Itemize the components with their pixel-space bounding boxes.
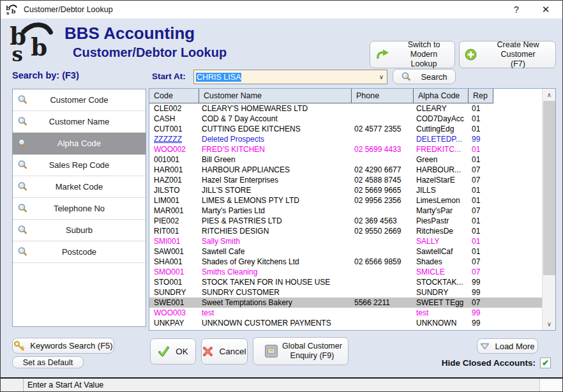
table-row[interactable]: RIT001RITCHIES DESIGN02 9550 2669Ritchie… — [149, 226, 555, 236]
table-row[interactable]: SMI001Sally SmithSALLY01 — [149, 236, 555, 246]
table-row[interactable]: MAR001Marty's Parties LtdMarty'sPar07 — [149, 206, 555, 216]
table-row[interactable]: SUNDRYSUNDRY CUSTOMERSUNDRY99 — [149, 287, 555, 298]
magnifier-icon — [17, 203, 28, 214]
customer-debtor-lookup-dialog: b b s Customer/Debtor Lookup ? ✕ b b s B… — [0, 0, 563, 392]
scrollbar-thumb[interactable] — [543, 101, 555, 275]
table-row[interactable]: JILSTOJILL'S STORE02 5669 9665JILLS01 — [149, 185, 555, 195]
table-row[interactable]: CLE002CLEARY'S HOMEWARES LTDCLEARY01 — [149, 103, 555, 114]
cell-code: STO001 — [149, 277, 199, 287]
cell-alpha: PiesPastr — [414, 216, 469, 226]
table-row[interactable]: SHA001Shades of Grey Kitchens Ltd02 6566… — [149, 257, 555, 267]
cell-code: SWE001 — [149, 298, 199, 308]
search-icon — [401, 72, 412, 82]
sidebar-item-postcode[interactable]: Postcode — [13, 241, 146, 263]
cell-name: Smiths Cleaning — [199, 267, 352, 277]
table-body: CLE002CLEARY'S HOMEWARES LTDCLEARY01CASH… — [149, 103, 555, 331]
chevron-down-icon[interactable]: ∨ — [379, 73, 384, 80]
sidebar-item-suburb[interactable]: Suburb — [13, 220, 146, 241]
cell-code: LIM001 — [149, 195, 199, 206]
cell-code: CUT001 — [149, 124, 199, 134]
table-row[interactable]: ZZZZZZDeleted ProspectsDELETEDP...99 — [149, 134, 555, 144]
start-at-label: Start At: — [152, 72, 186, 81]
table-row[interactable]: WOO002FRED'S KITCHEN02 5699 4433FREDKITC… — [149, 144, 555, 155]
column-header-code: Code — [149, 89, 199, 103]
sidebar-item-sales-rep-code[interactable]: Sales Rep Code — [13, 155, 146, 176]
cell-alpha: JILLS — [414, 185, 469, 195]
cell-phone — [352, 246, 414, 257]
table-row[interactable]: CUT001CUTTING EDGE KITCHENS02 4577 2355C… — [149, 124, 555, 134]
cell-phone: 02 5699 4433 — [352, 144, 414, 155]
results-table: CodeCustomer NamePhoneAlpha CodeRep CLE0… — [149, 88, 556, 331]
table-row[interactable]: STO001STOCK TAKEN FOR IN HOUSE USESTOCKT… — [149, 277, 555, 287]
cell-rep: 07 — [469, 175, 500, 185]
sidebar-item-label: Market Code — [13, 182, 146, 192]
ok-button[interactable]: OK — [150, 338, 196, 365]
cell-rep: 01 — [469, 144, 500, 155]
sidebar-item-market-code[interactable]: Market Code — [13, 176, 146, 198]
help-button[interactable]: ? — [502, 1, 530, 19]
cell-rep: 99 — [469, 134, 500, 144]
table-row[interactable]: SWE001Sweet Temptations Bakery5566 2211S… — [149, 298, 555, 308]
triangle-down-icon — [480, 343, 490, 350]
sidebar-item-customer-name[interactable]: Customer Name — [13, 111, 146, 133]
hide-closed-accounts-label: Hide Closed Accounts: — [358, 358, 536, 368]
cell-code: HAZ001 — [149, 175, 199, 185]
table-row[interactable]: CLUBVIP CLUBVIPCLUB99 — [149, 328, 555, 331]
cell-code: SMI001 — [149, 236, 199, 246]
table-row[interactable]: HAZ001Hazel Star Enterprises02 4588 8745… — [149, 175, 555, 185]
cell-code: SUNDRY — [149, 287, 199, 298]
cancel-button[interactable]: Cancel — [201, 338, 248, 365]
table-row[interactable]: 001001Bill GreenGreen01 — [149, 155, 555, 165]
table-row[interactable]: SMO001Smiths CleaningSMICLE07 — [149, 267, 555, 277]
vertical-scrollbar[interactable]: ∧ ∨ — [542, 89, 555, 330]
app-title: BBS Accounting — [64, 24, 195, 43]
sidebar-item-customer-code[interactable]: Customer Code — [13, 89, 146, 111]
svg-text:b: b — [11, 8, 16, 15]
cell-alpha: FREDKITC... — [414, 144, 469, 155]
scroll-down-icon[interactable]: ∨ — [543, 318, 556, 330]
keywords-search-button[interactable]: Keywords Search (F5) — [12, 338, 114, 354]
cell-rep: 01 — [469, 236, 500, 246]
sidebar-item-alpha-code[interactable]: Alpha Code — [13, 133, 146, 155]
cell-phone — [352, 206, 414, 216]
cell-code: CLUB — [149, 328, 199, 331]
table-row[interactable]: HAR001HARBOUR APPLIANCES02 4290 6677HARB… — [149, 165, 555, 175]
table-row[interactable]: LIM001LIMES & LEMONS PTY LTD02 9956 2356… — [149, 195, 555, 206]
cell-name: STOCK TAKEN FOR IN HOUSE USE — [199, 277, 352, 287]
cell-name: CUTTING EDGE KITCHENS — [199, 124, 352, 134]
close-icon[interactable]: ✕ — [532, 1, 560, 19]
table-header-row: CodeCustomer NamePhoneAlpha CodeRep — [149, 89, 555, 103]
status-bar: Enter a Start At Value — [1, 377, 562, 391]
cell-alpha: Shades — [414, 257, 469, 267]
sidebar-item-label: Customer Code — [13, 95, 146, 105]
start-at-combobox[interactable]: CHRIS LISA ∨ — [193, 70, 387, 84]
start-at-value[interactable]: CHRIS LISA — [196, 73, 241, 82]
hide-closed-accounts-checkbox[interactable]: ✔ — [540, 358, 551, 368]
search-button[interactable]: Search — [393, 69, 456, 84]
load-more-button[interactable]: Load More — [477, 338, 538, 354]
global-customer-enquiry-button[interactable]: Global CustomerEnquiry (F9) — [253, 337, 349, 365]
set-as-default-button[interactable]: Set as Default — [12, 356, 84, 368]
cell-name: UNKNOWN CUSTOMER PAYMENTS — [199, 318, 352, 328]
cell-alpha: SMICLE — [414, 267, 469, 277]
sidebar-item-label: Alpha Code — [13, 139, 146, 148]
cell-rep: 07 — [469, 257, 500, 267]
table-row[interactable]: SAW001Sawtell CafeSawtellCaf01 — [149, 246, 555, 257]
table-row[interactable]: PIE002PIES & PASTRIES LTD02 369 4563Pies… — [149, 216, 555, 226]
scroll-up-icon[interactable]: ∧ — [543, 89, 556, 101]
cell-code: UNKPAY — [149, 318, 199, 328]
table-row[interactable]: CASHCOD & 7 Day AccountCOD7DayAcc01 — [149, 114, 555, 124]
window-title: Customer/Debtor Lookup — [24, 5, 113, 14]
table-row[interactable]: WOO003testtest99 — [149, 308, 555, 318]
sidebar-item-telephone-no[interactable]: Telephone No — [13, 198, 146, 220]
cell-name: Marty's Parties Ltd — [199, 206, 352, 216]
cell-name: Sawtell Cafe — [199, 246, 352, 257]
cell-name: RITCHIES DESIGN — [199, 226, 352, 236]
create-new-customer-button[interactable]: Create New Customer(F7) — [459, 41, 556, 68]
switch-to-modern-lookup-button[interactable]: Switch to ModernLookup — [370, 41, 455, 68]
cell-code: RIT001 — [149, 226, 199, 236]
title-bar: b b s Customer/Debtor Lookup ? ✕ — [1, 1, 562, 19]
table-row[interactable]: UNKPAYUNKNOWN CUSTOMER PAYMENTSUNKNOWN99 — [149, 318, 555, 328]
cell-code: SMO001 — [149, 267, 199, 277]
cell-name: Hazel Star Enterprises — [199, 175, 352, 185]
